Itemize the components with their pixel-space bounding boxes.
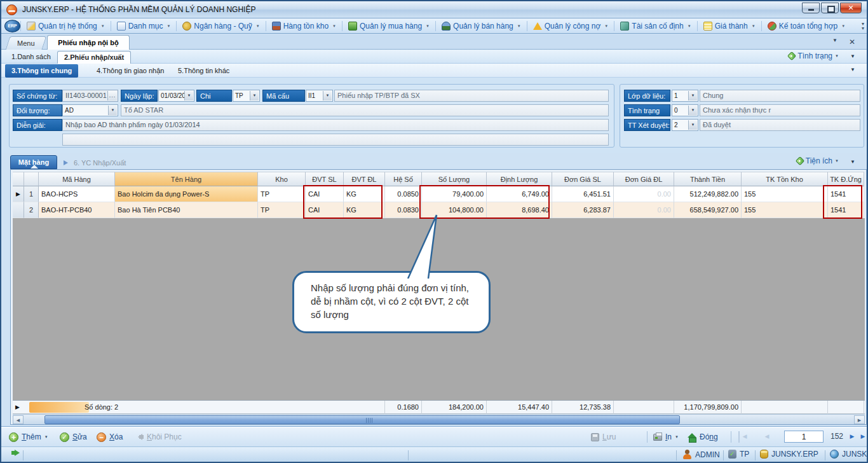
erp-menu-button[interactable]: ERP [4,20,20,32]
col-header-dvt-sl[interactable]: ĐVT SL [306,172,344,186]
branch-server-icon [728,450,736,459]
in-button[interactable]: In ▼ [653,431,679,443]
menu-item-quan-ly-ban-hang[interactable]: Quản lý bán hàng▼ [436,20,527,32]
page-last-button[interactable]: ▶ [858,431,868,443]
restore-button[interactable] [821,3,839,13]
menu-item-hang-ton-kho[interactable]: Hàng tồn kho▼ [266,20,342,32]
menu-item-danh-muc[interactable]: Danh mục▼ [111,20,177,32]
menu-item-gia-thanh[interactable]: Giá thành▼ [698,20,761,32]
undo-arrow-icon [135,434,144,440]
scroll-right-icon[interactable]: ▶ [854,415,865,424]
dien-giai-extra-input[interactable] [62,134,609,146]
col-header-tk-ton-kho[interactable]: TK Tồn Kho [742,172,828,186]
tab-thong-tin-giao-nhan[interactable]: 4.Thông tin giao nhận [90,64,170,78]
so-chung-tu-label: Số chứng từ: [13,90,62,102]
scrollbar-thumb[interactable] [44,415,680,424]
col-header-rownum[interactable] [24,172,39,186]
status-database: JUNSKY.ERP [760,450,818,459]
col-header-don-gia-sl[interactable]: Đơn Giá SL [552,172,614,186]
globe-icon [830,450,839,459]
luu-button[interactable]: Lưu [591,431,616,443]
panel-collapse-icon[interactable]: ▼ [850,53,855,59]
menu-item-quan-tri-he-thong[interactable]: Quản trị hệ thống▼ [21,20,111,32]
minimize-button[interactable] [802,3,820,13]
col-header-thanh-tien[interactable]: Thành Tiền [674,172,742,186]
menu-item-tai-san-co-dinh[interactable]: Tài sản cố định▼ [614,20,696,32]
chevron-down-icon[interactable]: ▼ [688,91,697,100]
chevron-down-icon: ▼ [688,24,691,28]
tab-menu[interactable]: Menu [6,36,47,50]
menu-item-quan-ly-mua-hang[interactable]: Quản lý mua hàng▼ [342,20,435,32]
sum-don-gia-sl: 12,735.38 [552,401,614,414]
user-icon [682,450,692,459]
dien-giai-input[interactable]: Nhập bao AD thành phẩm ngày 01/03/2014 [62,119,609,131]
so-chung-tu-input[interactable]: II1403-00001... [62,90,118,102]
panel-collapse-icon[interactable]: ▼ [850,67,855,73]
chevron-down-icon[interactable]: ▼ [250,91,259,100]
tab-thong-tin-chung[interactable]: 3.Thông tin chung [5,64,78,78]
col-header-ten-hang[interactable]: Tên Hàng [115,172,258,186]
xoa-button[interactable]: Xóa [97,431,123,443]
chevron-down-icon[interactable]: ▼ [688,106,697,115]
tab-list-dropdown-icon[interactable]: ▼ [832,38,837,43]
them-button[interactable]: Thêm ▼ [9,431,48,443]
ma-cau-hinh-combo[interactable]: II1▼ [306,90,333,102]
tab-thong-tin-khac[interactable]: 5.Thông tin khác [172,64,236,78]
lop-du-lieu-combo[interactable]: 1▼ [672,90,698,102]
page-first-button[interactable]: ◀ [738,431,750,443]
dong-button[interactable]: Đóng [688,431,718,443]
close-tab-icon[interactable]: ✕ [849,38,855,46]
page-number-input[interactable] [784,431,824,443]
tab-phieu-nhap-noi-bo[interactable]: Phiếu nhập nội bộ [47,35,130,50]
doi-tuong-label: Đối tượng: [13,104,62,116]
row-count-label: Số dòng: 2 [85,401,118,413]
general-accounting-icon [768,22,776,31]
check-icon [60,432,69,442]
sua-button[interactable]: Sửa [60,431,87,443]
page-next-button[interactable]: ▶ [846,431,858,443]
col-header-kho[interactable]: Kho [258,172,306,186]
tt-xet-duyet-desc: Đã duyệt [700,119,860,131]
tab-danh-sach[interactable]: 1.Danh sách [5,51,57,64]
close-button[interactable] [840,3,862,13]
col-header-tk-d-ung[interactable]: TK Đ.Ứng [828,172,864,186]
tinh-trang-dropdown[interactable]: Tình trạng ▼ [789,52,839,60]
menu-item-ngan-hang-quy[interactable]: Ngân hàng - Quỹ▼ [177,20,265,32]
chi-nhanh-combo[interactable]: TP▼ [233,90,260,102]
lop-du-lieu-label: Lớp dữ liệu: [624,90,670,102]
khoi-phuc-button[interactable]: Khôi Phục [135,431,182,443]
tab-yc-nhap-xuat[interactable]: 6. YC Nhập/Xuất [64,156,126,169]
page-prev-button[interactable]: ◀ [761,431,773,443]
chevron-down-icon[interactable]: ▼ [688,120,697,130]
forward-icon[interactable] [6,450,23,456]
tt-xet-duyet-combo[interactable]: 2▼ [672,119,698,131]
menu-item-ke-toan-tong-hop[interactable]: Kế toán tổng hợp▼ [762,20,851,32]
ellipsis-button[interactable]: ... [107,91,117,100]
col-header-don-gia-dl[interactable]: Đơn Giá ĐL [614,172,674,186]
scroll-left-icon[interactable]: ◀ [13,415,24,424]
callout-tail [379,211,456,279]
costing-icon [703,22,712,31]
col-header-ma-hang[interactable]: Mã Hàng [39,172,115,186]
page-total-label: 152 [831,432,843,441]
sum-thanh-tien: 1,170,799,809.00 [674,401,742,414]
doi-tuong-combo[interactable]: AD▼ [62,104,118,116]
horizontal-scrollbar[interactable]: ◀ ▶ [13,414,865,424]
col-header-dvt-dl[interactable]: ĐVT ĐL [344,172,385,186]
tien-ich-dropdown[interactable]: Tiện ích ▼ [797,156,839,165]
chevron-down-icon[interactable]: ▼ [108,106,117,115]
tinh-trang-px-combo[interactable]: 0▼ [672,104,698,116]
col-header-so-luong[interactable]: Số Lượng [422,172,487,186]
tab-mat-hang[interactable]: Mặt hàng [10,155,57,169]
panel-collapse-icon[interactable]: ▼ [850,159,855,165]
menu-overflow-icon[interactable]: ▾▾ [862,22,864,31]
chevron-down-icon[interactable]: ▼ [323,91,332,100]
col-header-dinh-luong[interactable]: Định Lượng [487,172,552,186]
tab-phieu-nhap-xuat[interactable]: 2.Phiếu nhập/xuất [57,51,131,64]
ngay-lap-datepicker[interactable]: 01/03/2014▼ [158,90,194,102]
col-header-he-so[interactable]: Hệ Số [385,172,422,186]
menu-item-quan-ly-cong-no[interactable]: Quản lý công nợ▼ [527,20,614,32]
titlebar: JUNSKY.ERP - HỆ THỐNG PHẦN MỀM QUẢN LÝ D… [1,1,867,18]
chevron-down-icon[interactable]: ▼ [184,91,193,100]
col-header-selector[interactable] [13,172,24,186]
